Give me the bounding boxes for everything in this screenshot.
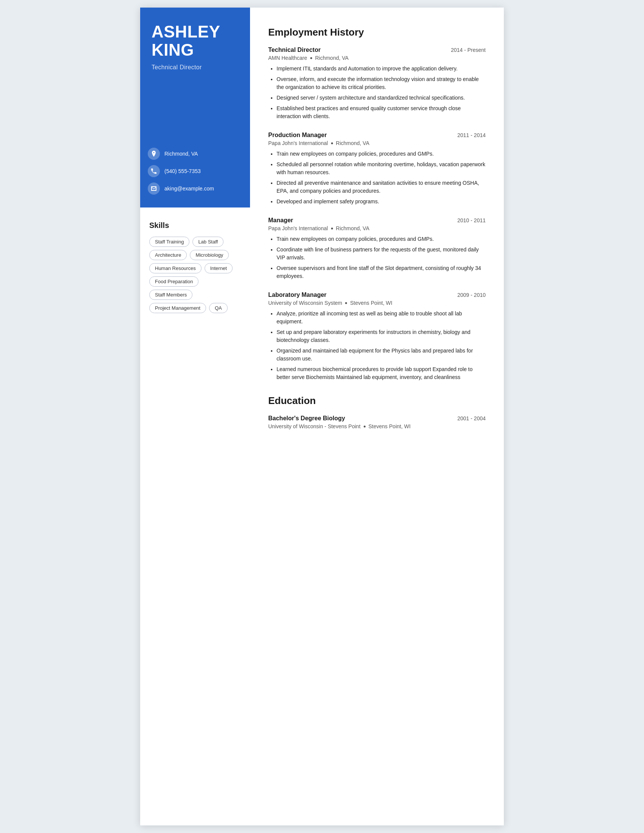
main-content: Employment History Technical Director201…: [250, 8, 504, 825]
job-bullets-list: Train new employees on company policies,…: [268, 235, 486, 280]
edu-header: Bachelor's Degree Biology2001 - 2004: [268, 415, 486, 422]
job-block: Laboratory Manager2009 - 2010University …: [268, 291, 486, 381]
person-title: Technical Director: [151, 64, 239, 71]
skill-tag: Lab Staff: [192, 236, 224, 247]
job-title: Technical Director: [268, 47, 320, 53]
job-title: Laboratory Manager: [268, 291, 327, 298]
job-header: Technical Director2014 - Present: [268, 47, 486, 53]
job-block: Technical Director2014 - PresentAMN Heal…: [268, 47, 486, 121]
job-dates: 2011 - 2014: [457, 132, 486, 138]
list-item: Implement ITIL standards and Automation …: [277, 65, 486, 73]
job-bullets-list: Train new employees on company policies,…: [268, 150, 486, 206]
separator-dot: [310, 57, 312, 59]
job-bullets-list: Implement ITIL standards and Automation …: [268, 65, 486, 121]
person-name: ASHLEY KING: [151, 23, 239, 60]
skill-tag: Staff Training: [149, 236, 189, 247]
skill-tag: Microbiology: [190, 250, 229, 260]
skill-tag: Human Resources: [149, 263, 201, 273]
resume-container: ASHLEY KING Technical Director Richmond,…: [140, 8, 504, 825]
edu-degree: Bachelor's Degree Biology: [268, 415, 345, 422]
list-item: Directed all preventive maintenance and …: [277, 179, 486, 195]
skills-section: Skills Staff TrainingLab StaffArchitectu…: [140, 207, 250, 825]
job-bullets-list: Analyze, prioritize all incoming test as…: [268, 310, 486, 381]
job-location: Richmond, VA: [315, 55, 349, 61]
company-name: University of Wisconsin System: [268, 300, 342, 306]
skill-tag: Architecture: [149, 250, 187, 260]
list-item: Analyze, prioritize all incoming test as…: [277, 310, 486, 326]
job-dates: 2010 - 2011: [457, 217, 486, 224]
edu-dates: 2001 - 2004: [457, 415, 486, 421]
company-name: Papa John's International: [268, 225, 328, 232]
list-item: Oversee, inform, and execute the informa…: [277, 76, 486, 91]
location-text: Richmond, VA: [164, 151, 198, 157]
phone-icon: [148, 165, 160, 177]
employment-heading: Employment History: [268, 26, 486, 38]
list-item: Established best practices and ensured q…: [277, 105, 486, 121]
job-block: Manager2010 - 2011Papa John's Internatio…: [268, 217, 486, 280]
education-block: Bachelor's Degree Biology2001 - 2004Univ…: [268, 415, 486, 429]
list-item: Oversee supervisors and front line staff…: [277, 264, 486, 280]
job-header: Manager2010 - 2011: [268, 217, 486, 224]
jobs-container: Technical Director2014 - PresentAMN Heal…: [268, 47, 486, 381]
skills-list: Staff TrainingLab StaffArchitectureMicro…: [149, 236, 241, 313]
list-item: Developed and implement safety programs.: [277, 198, 486, 206]
job-company: Papa John's International Richmond, VA: [268, 225, 486, 232]
location-icon: [148, 148, 160, 160]
contact-location: Richmond, VA: [148, 148, 242, 160]
education-container: Bachelor's Degree Biology2001 - 2004Univ…: [268, 415, 486, 429]
separator-dot: [331, 142, 333, 144]
phone-text: (540) 555-7353: [164, 168, 201, 174]
school-location: Stevens Point, WI: [369, 423, 411, 429]
job-location: Stevens Point, WI: [350, 300, 392, 306]
job-dates: 2009 - 2010: [457, 292, 486, 298]
email-icon: [148, 182, 160, 195]
job-header: Production Manager2011 - 2014: [268, 132, 486, 138]
separator-dot: [331, 228, 333, 230]
company-name: AMN Healthcare: [268, 55, 307, 61]
job-title: Manager: [268, 217, 293, 224]
separator-dot: [364, 426, 365, 428]
contact-email: aking@example.com: [148, 182, 242, 195]
school-name: University of Wisconsin - Stevens Point: [268, 423, 361, 429]
edu-school: University of Wisconsin - Stevens Point …: [268, 423, 486, 429]
skill-tag: Staff Members: [149, 289, 192, 300]
job-title: Production Manager: [268, 132, 327, 138]
email-text: aking@example.com: [164, 185, 214, 191]
list-item: Designed server / system architecture an…: [277, 94, 486, 102]
list-item: Coordinate with line of business partner…: [277, 246, 486, 262]
list-item: Organized and maintained lab equipment f…: [277, 347, 486, 363]
list-item: Train new employees on company policies,…: [277, 235, 486, 243]
job-block: Production Manager2011 - 2014Papa John's…: [268, 132, 486, 206]
job-header: Laboratory Manager2009 - 2010: [268, 291, 486, 298]
job-company: University of Wisconsin System Stevens P…: [268, 300, 486, 306]
list-item: Train new employees on company policies,…: [277, 150, 486, 158]
list-item: Scheduled all personnel rotation while m…: [277, 161, 486, 177]
skill-tag: QA: [209, 303, 228, 313]
job-dates: 2014 - Present: [451, 47, 486, 53]
education-heading: Education: [268, 395, 486, 407]
skill-tag: Project Management: [149, 303, 206, 313]
job-company: Papa John's International Richmond, VA: [268, 140, 486, 146]
list-item: Set up and prepare laboratory experiment…: [277, 328, 486, 344]
contact-section: Richmond, VA (540) 555-7353 aking@exampl…: [140, 136, 250, 207]
separator-dot: [345, 302, 347, 304]
job-location: Richmond, VA: [336, 225, 369, 232]
skill-tag: Food Preparation: [149, 277, 198, 286]
sidebar-header: ASHLEY KING Technical Director: [140, 8, 250, 136]
contact-phone: (540) 555-7353: [148, 165, 242, 177]
skills-heading: Skills: [149, 221, 241, 230]
sidebar: ASHLEY KING Technical Director Richmond,…: [140, 8, 250, 825]
job-location: Richmond, VA: [336, 140, 369, 146]
skill-tag: Internet: [204, 263, 233, 273]
company-name: Papa John's International: [268, 140, 328, 146]
list-item: Learned numerous biochemical procedures …: [277, 365, 486, 381]
job-company: AMN Healthcare Richmond, VA: [268, 55, 486, 61]
